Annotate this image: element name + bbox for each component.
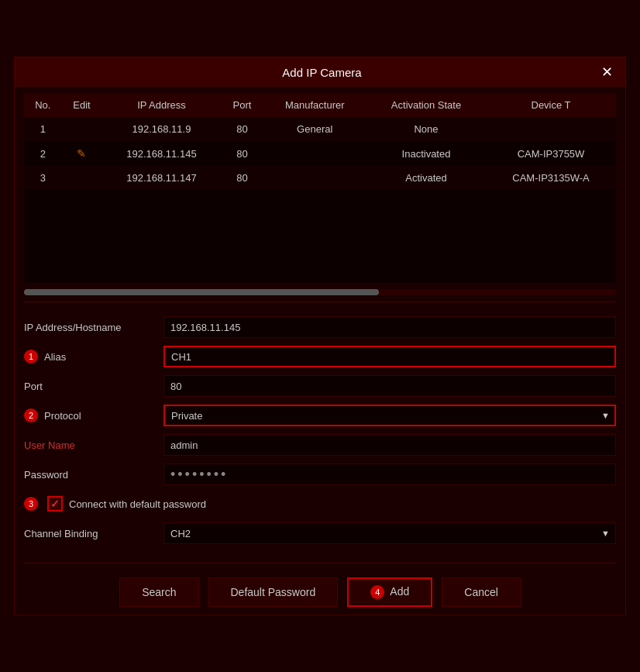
add-button[interactable]: 4 Add (347, 577, 432, 607)
search-button[interactable]: Search (119, 577, 198, 607)
empty-table-rows (24, 190, 616, 283)
channel-select[interactable]: CH2 CH1 CH3 (163, 522, 616, 544)
table-header-row: No. Edit IP Address Port Manufacturer Ac… (24, 93, 616, 117)
col-no: No. (24, 93, 62, 117)
username-row: User Name (24, 432, 616, 457)
scrollbar-thumb[interactable] (24, 289, 379, 295)
col-activation: Activation State (366, 93, 486, 117)
table-row[interactable]: 2 ✎ 192.168.11.145 80 Inactivated CAM-IP… (24, 141, 616, 166)
cell-edit[interactable]: ✎ (62, 141, 102, 166)
col-edit: Edit (62, 93, 102, 117)
checkmark-icon: ✓ (50, 498, 60, 510)
ip-input[interactable] (163, 316, 616, 338)
protocol-select-wrapper: Private ONVIF ▼ (163, 405, 616, 426)
channel-select-wrapper: CH2 CH1 CH3 ▼ (163, 522, 616, 544)
ip-label: IP Address/Hostname (24, 322, 163, 333)
add-ip-camera-dialog: Add IP Camera ✕ No. Edit IP Address Port… (14, 57, 626, 615)
horizontal-scrollbar[interactable] (24, 289, 616, 295)
edit-icon[interactable]: ✎ (77, 147, 86, 160)
table-row[interactable]: 3 192.168.11.147 80 Activated CAM-IP3135… (24, 166, 616, 190)
channel-row: Channel Binding CH2 CH1 CH3 ▼ (24, 521, 616, 546)
password-row: Password •••••••• (24, 462, 616, 487)
cancel-button[interactable]: Cancel (442, 577, 521, 607)
step-2: 2 (24, 408, 38, 422)
protocol-row: 2 Protocol Private ONVIF ▼ (24, 403, 616, 428)
dialog-header: Add IP Camera ✕ (15, 57, 625, 87)
cell-no: 3 (24, 166, 62, 190)
cell-manufacturer: General (263, 117, 366, 141)
protocol-label-inner: 2 Protocol (24, 408, 163, 422)
cell-port: 80 (222, 117, 263, 141)
camera-table-section: No. Edit IP Address Port Manufacturer Ac… (15, 87, 625, 283)
step-1: 1 (24, 350, 38, 364)
alias-label: 1 Alias (24, 350, 163, 364)
col-ip: IP Address (102, 93, 221, 117)
connect-default-wrapper: 3 ✓ Connect with default password (24, 496, 206, 512)
cell-device (486, 117, 616, 141)
camera-table: No. Edit IP Address Port Manufacturer Ac… (24, 93, 616, 190)
default-password-button[interactable]: Default Password (208, 577, 339, 607)
col-port: Port (222, 93, 263, 117)
section-divider (24, 302, 616, 302)
step-3: 3 (24, 497, 38, 511)
cell-manufacturer (263, 141, 366, 166)
username-label: User Name (24, 439, 163, 451)
cell-port: 80 (222, 141, 263, 166)
cell-device: CAM-IP3755W (486, 141, 616, 166)
cell-activation: None (366, 117, 486, 141)
connect-default-checkbox[interactable]: ✓ (47, 496, 63, 512)
close-button[interactable]: ✕ (601, 65, 613, 79)
cell-manufacturer (263, 166, 366, 190)
step-4: 4 (370, 585, 384, 599)
alias-row: 1 Alias (24, 344, 616, 369)
ip-row: IP Address/Hostname (24, 315, 616, 339)
username-input[interactable] (163, 434, 616, 456)
port-input[interactable] (163, 375, 616, 397)
cell-ip: 192.168.11.9 (102, 117, 221, 141)
protocol-select[interactable]: Private ONVIF (163, 405, 616, 426)
form-section: IP Address/Hostname 1 Alias Port 2 Pr (15, 308, 625, 557)
password-dots: •••••••• (163, 464, 616, 485)
protocol-label: 2 Protocol (24, 408, 163, 422)
alias-input[interactable] (163, 346, 616, 367)
cell-no: 2 (24, 141, 62, 166)
cell-no: 1 (24, 117, 62, 141)
port-row: Port (24, 374, 616, 398)
password-label: Password (24, 469, 163, 481)
cell-edit (62, 117, 102, 141)
cell-edit (62, 166, 102, 190)
connect-default-row: 3 ✓ Connect with default password (24, 491, 616, 516)
table-row[interactable]: 1 192.168.11.9 80 General None (24, 117, 616, 141)
footer-buttons: Search Default Password 4 Add Cancel (15, 570, 625, 615)
cell-ip: 192.168.11.147 (102, 166, 221, 190)
footer-divider (24, 563, 616, 563)
col-manufacturer: Manufacturer (263, 93, 366, 117)
col-device: Device T (486, 93, 616, 117)
port-label: Port (24, 381, 163, 392)
cell-activation: Inactivated (366, 141, 486, 166)
alias-label-inner: 1 Alias (24, 350, 163, 364)
connect-default-label: Connect with default password (69, 498, 206, 510)
channel-label: Channel Binding (24, 528, 163, 539)
cell-device: CAM-IP3135W-A (486, 166, 616, 190)
cell-port: 80 (222, 166, 263, 190)
dialog-title: Add IP Camera (43, 66, 601, 79)
cell-activation: Activated (366, 166, 486, 190)
cell-ip: 192.168.11.145 (102, 141, 221, 166)
